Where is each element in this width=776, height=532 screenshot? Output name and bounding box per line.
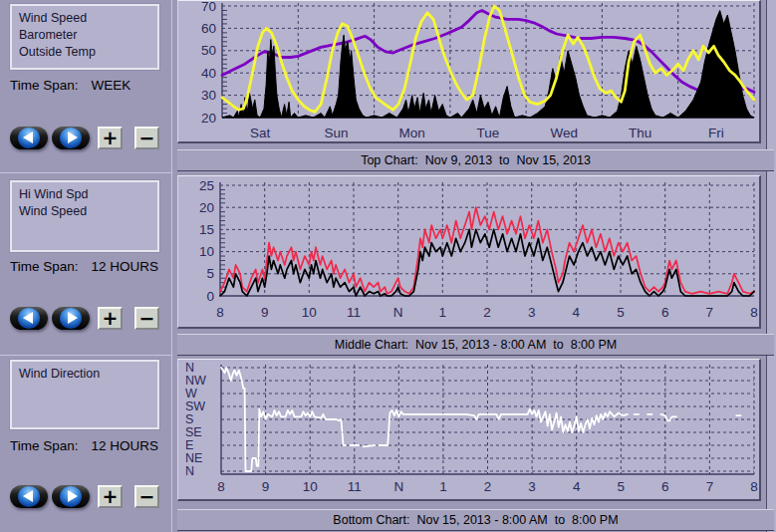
time-span-value: WEEK [92, 78, 131, 93]
svg-text:Sun: Sun [324, 126, 348, 140]
button-row-middle: + − [10, 307, 169, 333]
svg-text:5: 5 [617, 305, 625, 320]
svg-text:6: 6 [661, 305, 669, 320]
svg-text:Fri: Fri [708, 126, 724, 140]
middle-chart-canvas: 0510152025891011N12345678 [178, 176, 759, 327]
zoom-in-button[interactable]: + [98, 485, 123, 508]
legend-item: Barometer [19, 27, 150, 44]
svg-text:3: 3 [528, 479, 536, 494]
back-button[interactable] [10, 307, 48, 330]
svg-text:7: 7 [706, 479, 714, 494]
time-span-value: 12 HOURS [92, 259, 159, 274]
window-edge [766, 0, 776, 532]
svg-text:5: 5 [206, 266, 214, 281]
left-arrow-icon [23, 312, 33, 324]
legend-item: Wind Speed [19, 203, 150, 220]
svg-text:N: N [393, 305, 403, 320]
time-span-top: Time Span:WEEK [10, 78, 130, 93]
legend-box-top: Wind Speed Barometer Outside Temp [10, 4, 159, 70]
svg-text:10: 10 [199, 244, 214, 259]
top-chart-canvas: 203040506070SatSunMonTueWedThuFri [178, 1, 759, 141]
svg-text:9: 9 [262, 479, 270, 494]
time-span-middle: Time Span:12 HOURS [10, 259, 158, 274]
svg-text:70: 70 [201, 1, 216, 14]
svg-text:Sat: Sat [250, 126, 271, 140]
svg-text:20: 20 [199, 200, 214, 215]
top-chart-caption: Top Chart: Nov 9, 2013 to Nov 15, 2013 [177, 149, 774, 171]
svg-text:N: N [185, 464, 194, 478]
svg-text:3: 3 [528, 305, 536, 320]
right-arrow-icon [68, 490, 78, 502]
zoom-in-button[interactable]: + [98, 307, 123, 330]
svg-text:7: 7 [706, 305, 714, 320]
svg-text:4: 4 [573, 305, 581, 320]
button-row-top: + − [10, 127, 169, 152]
back-button[interactable] [10, 127, 48, 149]
forward-button[interactable] [52, 485, 90, 508]
legend-box-bottom: Wind Direction [10, 360, 159, 429]
time-span-label: Time Span: [10, 259, 79, 274]
svg-text:SE: SE [185, 425, 202, 439]
zoom-out-button[interactable]: − [134, 485, 159, 508]
weather-graphs-window: Wind Speed Barometer Outside Temp Time S… [0, 0, 776, 532]
svg-text:9: 9 [261, 305, 269, 320]
forward-button[interactable] [52, 307, 90, 330]
zoom-out-button[interactable]: − [134, 307, 159, 330]
legend-box-middle: Hi Wind Spd Wind Speed [10, 180, 159, 252]
svg-text:6: 6 [661, 479, 669, 494]
zoom-out-button[interactable]: − [134, 127, 159, 149]
svg-text:20: 20 [201, 111, 216, 126]
svg-text:10: 10 [303, 479, 318, 494]
svg-text:N: N [393, 479, 403, 494]
svg-text:NW: NW [185, 374, 206, 388]
left-arrow-icon [23, 132, 33, 143]
control-panel-bottom: Wind Direction Time Span:12 HOURS + − [0, 355, 172, 532]
svg-text:50: 50 [201, 43, 216, 58]
time-span-bottom: Time Span:12 HOURS [10, 438, 158, 453]
middle-chart-panel: 0510152025891011N12345678 [177, 175, 761, 329]
svg-text:4: 4 [573, 479, 581, 494]
svg-text:8: 8 [217, 479, 225, 494]
svg-text:SW: SW [185, 399, 205, 413]
svg-text:40: 40 [201, 66, 216, 81]
left-arrow-icon [23, 490, 33, 502]
time-span-label: Time Span: [10, 78, 79, 93]
top-chart-panel: 203040506070SatSunMonTueWedThuFri [177, 0, 761, 143]
svg-text:8: 8 [750, 305, 758, 320]
svg-text:1: 1 [439, 305, 447, 320]
button-row-bottom: + − [10, 485, 169, 511]
svg-text:S: S [185, 412, 193, 426]
bottom-chart-panel: NNWWSWSSEENEN891011N12345678 [177, 359, 761, 501]
svg-text:60: 60 [201, 21, 216, 36]
legend-item: Wind Direction [19, 366, 150, 383]
bottom-chart-caption: Bottom Chart: Nov 15, 2013 - 8:00 AM to … [177, 509, 774, 531]
svg-text:2: 2 [484, 479, 492, 494]
control-panel-middle: Hi Wind Spd Wind Speed Time Span:12 HOUR… [0, 172, 172, 356]
svg-text:Mon: Mon [399, 126, 425, 140]
back-button[interactable] [10, 485, 48, 508]
svg-text:Tue: Tue [477, 126, 500, 140]
control-panel-top: Wind Speed Barometer Outside Temp Time S… [0, 0, 172, 173]
svg-text:NE: NE [185, 451, 202, 465]
svg-text:Wed: Wed [551, 126, 579, 140]
time-span-label: Time Span: [10, 438, 79, 453]
legend-item: Wind Speed [19, 10, 150, 27]
svg-text:8: 8 [216, 305, 224, 320]
svg-text:1: 1 [439, 479, 447, 494]
svg-text:E: E [185, 438, 193, 452]
svg-text:W: W [185, 387, 197, 400]
svg-text:5: 5 [618, 479, 626, 494]
right-arrow-icon [68, 312, 78, 324]
middle-chart-caption: Middle Chart: Nov 15, 2013 - 8:00 AM to … [177, 334, 774, 356]
legend-item: Hi Wind Spd [19, 186, 150, 203]
svg-text:15: 15 [199, 222, 214, 237]
bottom-chart-canvas: NNWWSWSSEENEN891011N12345678 [178, 360, 759, 499]
forward-button[interactable] [52, 127, 90, 149]
zoom-in-button[interactable]: + [98, 127, 123, 149]
svg-text:11: 11 [347, 305, 361, 320]
svg-text:N: N [185, 361, 194, 375]
svg-text:Thu: Thu [629, 126, 651, 140]
right-arrow-icon [68, 132, 78, 143]
svg-text:25: 25 [199, 178, 214, 193]
svg-text:2: 2 [483, 305, 491, 320]
